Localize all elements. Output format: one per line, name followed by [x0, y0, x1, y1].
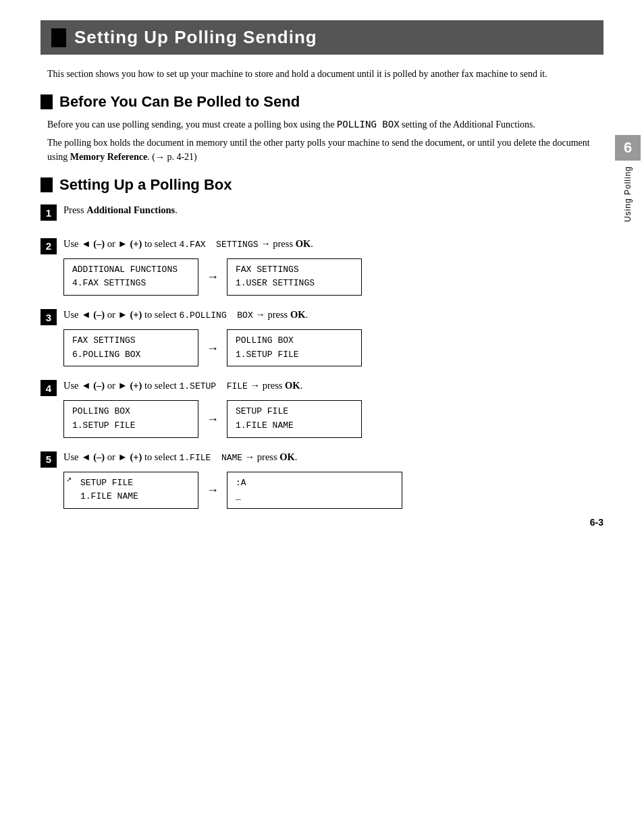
sidebar: 6 Using Polling — [612, 0, 644, 541]
section2-black-box — [41, 177, 53, 192]
step-1-instruction: Press Additional Functions. — [63, 203, 603, 218]
step-4-number: 4 — [41, 380, 57, 396]
step-2-arrow: → — [207, 271, 219, 283]
section2-heading: Setting Up a Polling Box — [41, 176, 603, 194]
step-2-lcd-right: FAX SETTINGS 1.USER SETTINGS — [227, 258, 362, 296]
step-3-arrow: → — [207, 342, 219, 354]
step-3-lcd-right: POLLING BOX 1.SETUP FILE — [227, 329, 362, 367]
step-3-lcd-left-line2: 6.POLLING BOX — [72, 348, 190, 362]
step-4-instruction: Use ◄ (–) or ► (+) to select 1.SETUP FIL… — [63, 379, 603, 393]
section1-black-box — [41, 94, 53, 109]
section2-title: Setting Up a Polling Box — [59, 176, 232, 194]
step-3-instruction: Use ◄ (–) or ► (+) to select 6.POLLING B… — [63, 308, 603, 323]
step-5-lcd-right-line2: _ — [236, 490, 394, 504]
step-3-lcd-left: FAX SETTINGS 6.POLLING BOX — [63, 329, 198, 367]
step-4-lcd-left-line1: POLLING BOX — [72, 405, 190, 419]
sidebar-chapter-label: Using Polling — [623, 166, 633, 222]
step-5-lcd-right-line1: :A — [236, 476, 394, 491]
step-2-lcd-right-line1: FAX SETTINGS — [236, 263, 353, 277]
step-4-content: Use ◄ (–) or ► (+) to select 1.SETUP FIL… — [63, 379, 603, 437]
step-2-number: 2 — [41, 238, 57, 254]
page-title: Setting Up Polling Sending — [74, 27, 317, 48]
step-4-lcd-right: SETUP FILE 1.FILE NAME — [227, 400, 362, 438]
intro-paragraph: This section shows you how to set up you… — [47, 67, 603, 81]
step-3-lcd: FAX SETTINGS 6.POLLING BOX → POLLING BOX… — [63, 329, 603, 367]
step-3-lcd-right-line2: 1.SETUP FILE — [236, 348, 353, 362]
step-4-lcd: POLLING BOX 1.SETUP FILE → SETUP FILE 1.… — [63, 400, 603, 438]
page-number: 6-3 — [590, 517, 603, 528]
step-4-arrow: → — [207, 413, 219, 425]
step-5: 5 Use ◄ (–) or ► (+) to select 1.FILE NA… — [41, 450, 603, 509]
title-black-box — [51, 28, 66, 47]
step-2-lcd: ADDITIONAL FUNCTIONS 4.FAX SETTINGS → FA… — [63, 258, 603, 296]
step-5-number: 5 — [41, 451, 57, 468]
step-5-lcd: ↗ SETUP FILE 1.FILE NAME → :A _ — [63, 472, 603, 509]
step-2-content: Use ◄ (–) or ► (+) to select 4.FAX SETTI… — [63, 237, 603, 296]
step-2-lcd-right-line2: 1.USER SETTINGS — [236, 277, 353, 291]
step-3-lcd-left-line1: FAX SETTINGS — [72, 334, 190, 348]
step-5-lcd-left: ↗ SETUP FILE 1.FILE NAME — [63, 472, 198, 509]
step-5-lcd-left-line1: SETUP FILE — [72, 476, 190, 491]
step-1-number: 1 — [41, 204, 57, 221]
step-3-content: Use ◄ (–) or ► (+) to select 6.POLLING B… — [63, 308, 603, 366]
step-3-lcd-right-line1: POLLING BOX — [236, 334, 353, 348]
step-5-lcd-left-line2: 1.FILE NAME — [72, 490, 190, 504]
step-4-lcd-left: POLLING BOX 1.SETUP FILE — [63, 400, 198, 438]
step-4: 4 Use ◄ (–) or ► (+) to select 1.SETUP F… — [41, 379, 603, 437]
step-2: 2 Use ◄ (–) or ► (+) to select 4.FAX SET… — [41, 237, 603, 296]
step-5-content: Use ◄ (–) or ► (+) to select 1.FILE NAME… — [63, 450, 603, 509]
section1-title: Before You Can Be Polled to Send — [59, 93, 300, 111]
step-4-lcd-right-line2: 1.FILE NAME — [236, 419, 353, 433]
step-3: 3 Use ◄ (–) or ► (+) to select 6.POLLING… — [41, 308, 603, 366]
step-2-instruction: Use ◄ (–) or ► (+) to select 4.FAX SETTI… — [63, 237, 603, 252]
sidebar-chapter-number: 6 — [615, 135, 641, 161]
step-5-arrow: → — [207, 484, 219, 496]
step-5-instruction: Use ◄ (–) or ► (+) to select 1.FILE NAME… — [63, 450, 603, 465]
step-1-content: Press Additional Functions. — [63, 203, 603, 225]
section1-body: Before you can use polling sending, you … — [47, 117, 603, 164]
step-2-lcd-left-line1: ADDITIONAL FUNCTIONS — [72, 263, 190, 277]
step-4-lcd-left-line2: 1.SETUP FILE — [72, 419, 190, 433]
step-2-lcd-left: ADDITIONAL FUNCTIONS 4.FAX SETTINGS — [63, 258, 198, 296]
step-1: 1 Press Additional Functions. — [41, 203, 603, 225]
step-5-lcd-right: :A _ — [227, 472, 402, 509]
title-bar: Setting Up Polling Sending — [41, 20, 603, 55]
step-4-lcd-right-line1: SETUP FILE — [236, 405, 353, 419]
section1-heading: Before You Can Be Polled to Send — [41, 93, 603, 111]
step-2-lcd-left-line2: 4.FAX SETTINGS — [72, 277, 190, 291]
step-3-number: 3 — [41, 309, 57, 325]
section1-body1: Before you can use polling sending, you … — [47, 117, 603, 132]
section1-body2: The polling box holds the document in me… — [47, 136, 603, 164]
page-wrapper: Setting Up Polling Sending This section … — [0, 0, 644, 541]
